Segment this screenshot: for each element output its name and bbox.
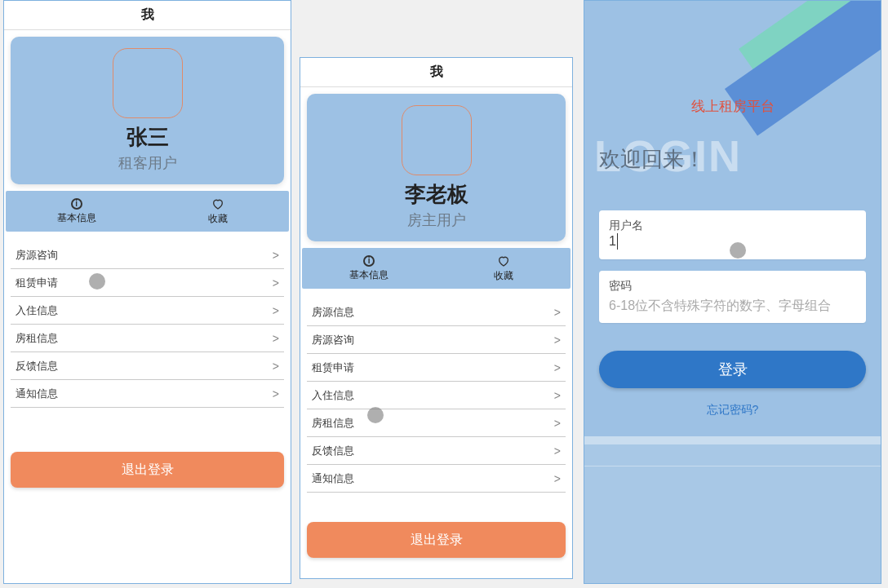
heart-icon [497,254,510,267]
tab-label: 基本信息 [349,268,388,282]
list-item[interactable]: 房源信息> [307,298,566,326]
list-item-label: 房租信息 [16,331,58,346]
logout-button[interactable]: 退出登录 [11,452,284,488]
avatar[interactable] [113,48,183,118]
password-field[interactable]: 密码 [599,271,866,323]
list-item[interactable]: 入住信息> [11,297,284,325]
user-role: 房主用户 [407,210,466,230]
chevron-right-icon: > [554,334,561,347]
chevron-right-icon: > [273,276,279,290]
screen-tenant-profile: 我 张三 租客用户 基本信息 收藏 房源咨询>租赁申请>入住信息>房租信息>反馈… [3,0,291,584]
list-item-label: 入住信息 [312,388,354,403]
list-item-label: 反馈信息 [312,444,354,458]
list-item[interactable]: 通知信息> [11,380,284,408]
text-caret-icon [617,233,618,250]
list-item[interactable]: 租赁申请> [11,269,284,297]
chevron-right-icon: > [554,389,561,402]
chevron-right-icon: > [273,360,279,373]
list-item[interactable]: 通知信息> [307,465,566,493]
tab-label: 收藏 [494,269,513,283]
avatar[interactable] [402,105,472,175]
list-item[interactable]: 房租信息> [307,409,566,437]
profile-tabs: 基本信息 收藏 [6,191,289,232]
user-name: 李老板 [405,180,468,209]
brand-title: 线上租房平台 [599,97,866,116]
list-item-label: 房源咨询 [312,333,354,347]
menu-list: 房源信息>房源咨询>租赁申请>入住信息>房租信息>反馈信息>通知信息> [307,298,566,493]
tab-label: 基本信息 [57,211,96,225]
password-input[interactable] [609,298,856,313]
list-item-label: 反馈信息 [16,359,58,374]
list-item[interactable]: 租赁申请> [307,354,566,382]
profile-tabs: 基本信息 收藏 [302,248,571,289]
list-item-label: 房源信息 [312,305,354,320]
chevron-right-icon: > [273,332,279,345]
list-item-label: 租赁申请 [312,360,354,375]
logout-button[interactable]: 退出登录 [307,522,566,558]
tab-favorites[interactable]: 收藏 [437,248,571,289]
user-role: 租客用户 [118,153,177,173]
list-item[interactable]: 反馈信息> [11,352,284,380]
list-item-label: 通知信息 [312,471,354,486]
tab-favorites[interactable]: 收藏 [148,191,290,232]
page-title: 我 [4,1,291,30]
list-item-label: 租赁申请 [16,276,58,290]
list-item[interactable]: 反馈信息> [307,437,566,465]
list-item[interactable]: 房源咨询> [307,326,566,354]
info-icon [71,198,82,210]
chevron-right-icon: > [554,361,561,374]
list-item-label: 房租信息 [312,416,354,431]
chevron-right-icon: > [273,249,279,262]
login-button[interactable]: 登录 [599,351,866,388]
tab-basic-info[interactable]: 基本信息 [6,191,148,232]
info-icon [363,255,375,267]
screen-landlord-profile: 我 李老板 房主用户 基本信息 收藏 房源信息>房源咨询>租赁申请>入住信息>房… [300,57,573,579]
screen-login: 线上租房平台 LOGIN 欢迎回来！ 用户名 1 密码 登录 忘记密码? [584,0,881,584]
user-name: 张三 [127,123,169,152]
menu-list: 房源咨询>租赁申请>入住信息>房租信息>反馈信息>通知信息> [11,241,284,408]
login-footer-decoration [584,436,881,583]
profile-card: 张三 租客用户 [11,37,284,184]
chevron-right-icon: > [273,387,279,400]
chevron-right-icon: > [554,472,561,485]
tab-basic-info[interactable]: 基本信息 [302,248,437,289]
list-item[interactable]: 入住信息> [307,382,566,409]
chevron-right-icon: > [554,306,561,319]
welcome-text: 欢迎回来！ [599,135,866,174]
list-item[interactable]: 房源咨询> [11,241,284,269]
page-title: 我 [300,58,572,87]
tab-label: 收藏 [208,212,228,226]
field-label: 用户名 [609,219,856,233]
chevron-right-icon: > [554,417,561,430]
list-item-label: 通知信息 [16,387,58,401]
forgot-password-link[interactable]: 忘记密码? [599,403,866,418]
list-item-label: 房源咨询 [16,248,58,263]
list-item-label: 入住信息 [16,303,58,318]
chevron-right-icon: > [554,444,561,458]
chevron-right-icon: > [273,304,279,317]
heart-icon [211,197,224,210]
list-item[interactable]: 房租信息> [11,325,284,352]
profile-card: 李老板 房主用户 [307,94,566,241]
username-field[interactable]: 用户名 1 [599,210,866,259]
username-value: 1 [609,234,616,249]
field-label: 密码 [609,279,856,294]
